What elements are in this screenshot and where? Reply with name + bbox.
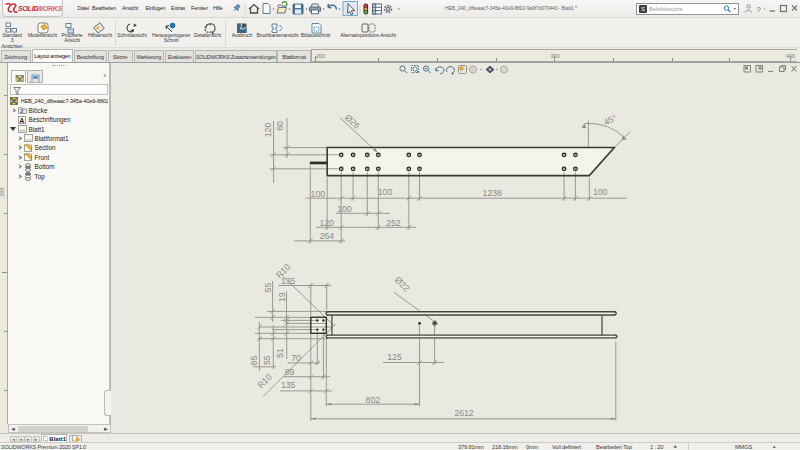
svg-text:Ø22: Ø22 [393,275,412,294]
svg-text:1238: 1238 [483,188,502,198]
svg-text:120: 120 [263,123,273,138]
svg-text:WORKS: WORKS [37,5,63,12]
svg-text:125: 125 [387,352,402,362]
svg-text:60: 60 [275,121,285,131]
svg-text:85: 85 [249,356,259,366]
svg-text:?: ? [757,5,762,14]
svg-text:51: 51 [275,348,285,358]
svg-text:2612: 2612 [454,408,473,418]
svg-text:802: 802 [366,395,381,405]
svg-text:135: 135 [281,380,296,390]
svg-text:252: 252 [386,218,401,228]
svg-text:70: 70 [291,353,301,363]
svg-text:89: 89 [285,367,295,377]
svg-text:100: 100 [378,187,393,197]
svg-text:55: 55 [263,283,273,293]
svg-text:SOLID: SOLID [18,5,38,12]
svg-text:100: 100 [311,189,326,199]
svg-text:19: 19 [277,292,287,302]
svg-text:55: 55 [262,355,272,365]
svg-text:R10: R10 [256,372,274,390]
svg-text:120: 120 [320,218,335,228]
svg-text:264: 264 [320,231,335,241]
svg-text:Ø26: Ø26 [343,112,362,131]
svg-text:45°: 45° [602,113,618,128]
svg-text:A: A [20,116,25,123]
svg-text:100: 100 [593,187,608,197]
svg-text:100: 100 [337,204,352,214]
